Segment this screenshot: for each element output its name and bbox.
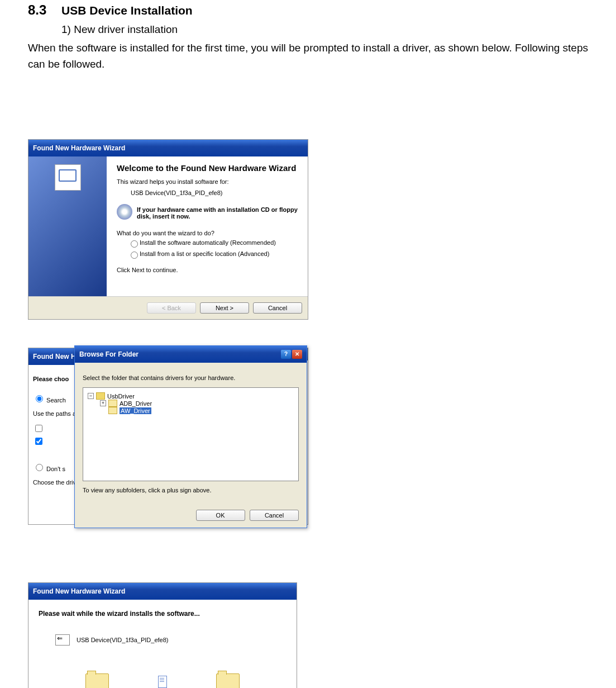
radio-advanced-label: Install from a list or specific location… (140, 250, 269, 257)
checkbox-1[interactable] (35, 425, 42, 432)
folder-icon (96, 392, 105, 400)
cancel-button[interactable]: Cancel (253, 302, 302, 314)
tree-expand-icon[interactable]: + (100, 400, 106, 406)
wizard-dialog-3: Found New Hardware Wizard Please wait wh… (28, 582, 297, 688)
continue-text: Click Next to continue. (117, 267, 298, 273)
cd-icon (117, 204, 132, 220)
tree-collapse-icon[interactable]: − (88, 393, 94, 399)
folder-aw-selected[interactable]: AW_Driver (120, 407, 151, 414)
subheading-1: 1) New driver installation (61, 23, 588, 36)
browse-folder-dialog: Browse For Folder ? ✕ Select the folder … (74, 345, 307, 528)
folder-adb[interactable]: ADB_Driver (120, 400, 152, 407)
folder-tree[interactable]: −UsbDriver +ADB_Driver AW_Driver (83, 387, 299, 481)
radio-search-label: Search (46, 397, 66, 404)
folder-usbdriver[interactable]: UsbDriver (107, 393, 135, 400)
cancel-button[interactable]: Cancel (250, 510, 299, 521)
back-button: < Back (147, 302, 196, 314)
radio-auto[interactable] (131, 240, 138, 248)
folder-to-icon (216, 673, 240, 688)
radio-auto-label: Install the software automatically (Reco… (140, 239, 276, 246)
folder-from-icon (85, 673, 109, 688)
section-heading: 8.3 USB Device Installation (28, 2, 588, 18)
tree-tip: To view any subfolders, click a plus sig… (83, 487, 299, 494)
install-wait-text: Please wait while the wizard installs th… (39, 610, 286, 618)
intro-paragraph: When the software is installed for the f… (28, 40, 588, 72)
wizard-dialog-1: Found New Hardware Wizard Welcome to the… (28, 139, 308, 320)
device-name: USB Device(VID_1f3a_PID_efe8) (77, 637, 168, 643)
hardware-icon (55, 164, 81, 191)
cd-instruction: If your hardware came with an installati… (137, 206, 298, 220)
folder-icon (108, 400, 117, 407)
next-button[interactable]: Next > (200, 302, 249, 314)
browse-instruction: Select the folder that contains drivers … (83, 374, 299, 381)
radio-search[interactable] (36, 395, 43, 402)
usb-icon (55, 634, 70, 646)
folder-icon (108, 407, 117, 414)
document-icon (158, 676, 167, 688)
titlebar: Found New Hardware Wizard (28, 583, 297, 600)
wizard-dialog-2-group: Found New Ha Please choo Search Use the … (28, 348, 307, 526)
radio-dont-label: Don't s (46, 466, 65, 472)
close-icon[interactable]: ✕ (292, 350, 302, 359)
ok-button[interactable]: OK (196, 510, 245, 521)
radio-dont-search[interactable] (36, 464, 43, 471)
titlebar: Found New Hardware Wizard (28, 140, 308, 156)
section-number: 8.3 (28, 2, 46, 17)
device-name: USB Device(VID_1f3a_PID_efe8) (131, 189, 298, 196)
browse-title: Browse For Folder (79, 350, 139, 358)
wizard-heading: Welcome to the Found New Hardware Wizard (117, 163, 298, 173)
wizard-sidebar (28, 156, 107, 296)
radio-advanced[interactable] (131, 252, 138, 259)
wizard-question: What do you want the wizard to do? (117, 230, 298, 236)
checkbox-2[interactable] (35, 438, 42, 445)
wizard-intro-text: This wizard helps you install software f… (117, 178, 298, 185)
help-icon[interactable]: ? (281, 350, 291, 359)
section-title: USB Device Installation (61, 4, 193, 17)
